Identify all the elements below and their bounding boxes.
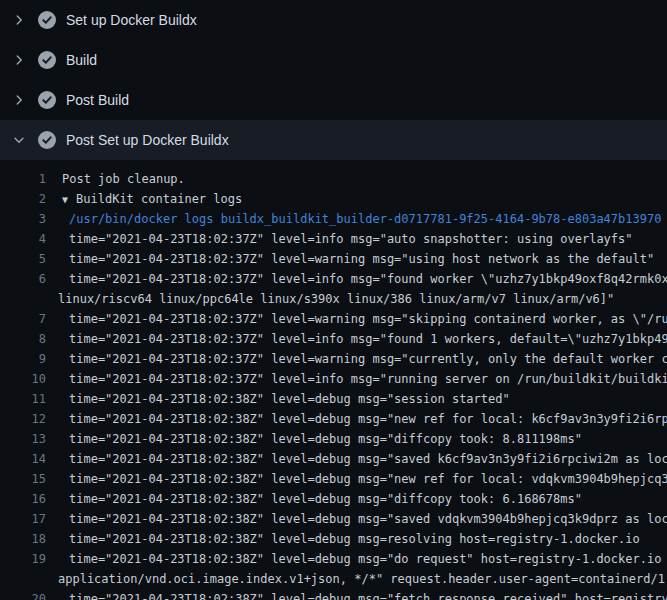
log-line-text: time="2021-04-23T18:02:38Z" level=debug … xyxy=(46,529,640,549)
step-row[interactable]: Set up Docker Buildx xyxy=(0,0,667,40)
log-line-text: time="2021-04-23T18:02:37Z" level=info m… xyxy=(46,329,667,349)
log-line-number[interactable]: 20 xyxy=(0,589,46,600)
log-line: 20time="2021-04-23T18:02:38Z" level=debu… xyxy=(0,589,667,600)
log-line: 17time="2021-04-23T18:02:38Z" level=debu… xyxy=(0,509,667,529)
log-line-text: linux/riscv64 linux/ppc64le linux/s390x … xyxy=(46,289,614,309)
log-line-number[interactable]: 18 xyxy=(0,529,46,549)
log-line-text: time="2021-04-23T18:02:38Z" level=debug … xyxy=(46,489,582,509)
log-command-text: /usr/bin/docker logs buildx_buildkit_bui… xyxy=(46,209,661,229)
log-line: 4time="2021-04-23T18:02:37Z" level=info … xyxy=(0,229,667,249)
log-line-text: time="2021-04-23T18:02:37Z" level=warnin… xyxy=(46,249,654,269)
log-line-number[interactable]: 5 xyxy=(0,249,46,269)
log-line-number[interactable]: 10 xyxy=(0,369,46,389)
group-collapse-icon[interactable]: ▼ xyxy=(62,190,74,209)
log-line-continuation: application/vnd.oci.image.index.v1+json,… xyxy=(0,569,667,589)
log-line-number[interactable]: 12 xyxy=(0,409,46,429)
chevron-right-icon[interactable] xyxy=(12,12,26,28)
log-line: 10time="2021-04-23T18:02:37Z" level=info… xyxy=(0,369,667,389)
log-line: 7time="2021-04-23T18:02:37Z" level=warni… xyxy=(0,309,667,329)
log-line-text: time="2021-04-23T18:02:38Z" level=debug … xyxy=(46,429,582,449)
log-line-text: time="2021-04-23T18:02:38Z" level=debug … xyxy=(46,589,667,600)
check-circle-icon xyxy=(38,131,56,149)
step-row[interactable]: Build xyxy=(0,40,667,80)
chevron-down-icon[interactable] xyxy=(12,132,26,148)
log-line: 19time="2021-04-23T18:02:38Z" level=debu… xyxy=(0,549,667,569)
log-line-number[interactable]: 7 xyxy=(0,309,46,329)
log-line-text: time="2021-04-23T18:02:38Z" level=debug … xyxy=(46,449,667,469)
log-line-text: time="2021-04-23T18:02:38Z" level=debug … xyxy=(46,549,667,569)
log-line-number[interactable]: 16 xyxy=(0,489,46,509)
log-line-number[interactable]: 17 xyxy=(0,509,46,529)
log-line-number[interactable]: 15 xyxy=(0,469,46,489)
log-line-number[interactable]: 2 xyxy=(0,189,46,209)
log-line: 9time="2021-04-23T18:02:37Z" level=warni… xyxy=(0,349,667,369)
step-label: Set up Docker Buildx xyxy=(66,12,197,28)
log-line: 1Post job cleanup. xyxy=(0,169,667,189)
log-line-number[interactable]: 3 xyxy=(0,209,46,229)
log-line-number[interactable]: 19 xyxy=(0,549,46,569)
chevron-right-icon[interactable] xyxy=(12,92,26,108)
step-label: Post Set up Docker Buildx xyxy=(66,132,229,148)
log-line-number[interactable]: 9 xyxy=(0,349,46,369)
log-line-number[interactable]: 4 xyxy=(0,229,46,249)
log-line-text: application/vnd.oci.image.index.v1+json,… xyxy=(46,569,667,589)
log-line: 16time="2021-04-23T18:02:38Z" level=debu… xyxy=(0,489,667,509)
log-line-number[interactable]: 1 xyxy=(0,169,46,189)
log-line: 2▼ BuildKit container logs xyxy=(0,189,667,209)
log-line-text: time="2021-04-23T18:02:38Z" level=debug … xyxy=(46,469,667,489)
log-line: 15time="2021-04-23T18:02:38Z" level=debu… xyxy=(0,469,667,489)
check-circle-icon xyxy=(38,91,56,109)
step-label: Post Build xyxy=(66,92,129,108)
log-line-text: time="2021-04-23T18:02:37Z" level=info m… xyxy=(46,229,633,249)
chevron-right-icon[interactable] xyxy=(12,52,26,68)
group-title[interactable]: BuildKit container logs xyxy=(76,192,242,206)
log-line-text: Post job cleanup. xyxy=(46,169,185,189)
log-line: 6time="2021-04-23T18:02:37Z" level=info … xyxy=(0,269,667,289)
log-line-number xyxy=(0,289,46,309)
log-line: 12time="2021-04-23T18:02:38Z" level=debu… xyxy=(0,409,667,429)
log-line: 18time="2021-04-23T18:02:38Z" level=debu… xyxy=(0,529,667,549)
log-line-text: time="2021-04-23T18:02:37Z" level=warnin… xyxy=(46,309,667,329)
log-line-number xyxy=(0,569,46,589)
log-line-text: time="2021-04-23T18:02:38Z" level=debug … xyxy=(46,509,667,529)
log-line-number[interactable]: 13 xyxy=(0,429,46,449)
step-label: Build xyxy=(66,52,97,68)
step-row[interactable]: Post Build xyxy=(0,80,667,120)
log-line-text: ▼ BuildKit container logs xyxy=(46,189,242,209)
log-line: 13time="2021-04-23T18:02:38Z" level=debu… xyxy=(0,429,667,449)
log-line-number[interactable]: 8 xyxy=(0,329,46,349)
log-line-text: time="2021-04-23T18:02:37Z" level=info m… xyxy=(46,369,667,389)
log-line: 3/usr/bin/docker logs buildx_buildkit_bu… xyxy=(0,209,667,229)
log-line-number[interactable]: 11 xyxy=(0,389,46,409)
log-line-text: time="2021-04-23T18:02:38Z" level=debug … xyxy=(46,409,667,429)
log-area: 1Post job cleanup.2▼ BuildKit container … xyxy=(0,160,667,600)
log-line-text: time="2021-04-23T18:02:37Z" level=warnin… xyxy=(46,349,667,369)
log-line-text: time="2021-04-23T18:02:38Z" level=debug … xyxy=(46,389,510,409)
log-line-text: time="2021-04-23T18:02:37Z" level=info m… xyxy=(46,269,667,289)
log-line: 5time="2021-04-23T18:02:37Z" level=warni… xyxy=(0,249,667,269)
log-line-number[interactable]: 6 xyxy=(0,269,46,289)
log-line: 8time="2021-04-23T18:02:37Z" level=info … xyxy=(0,329,667,349)
log-line-number[interactable]: 14 xyxy=(0,449,46,469)
check-circle-icon xyxy=(38,51,56,69)
log-line: 11time="2021-04-23T18:02:38Z" level=debu… xyxy=(0,389,667,409)
step-row[interactable]: Post Set up Docker Buildx xyxy=(0,120,667,160)
log-line-continuation: linux/riscv64 linux/ppc64le linux/s390x … xyxy=(0,289,667,309)
steps-list: Set up Docker BuildxBuildPost BuildPost … xyxy=(0,0,667,160)
check-circle-icon xyxy=(38,11,56,29)
log-line: 14time="2021-04-23T18:02:38Z" level=debu… xyxy=(0,449,667,469)
